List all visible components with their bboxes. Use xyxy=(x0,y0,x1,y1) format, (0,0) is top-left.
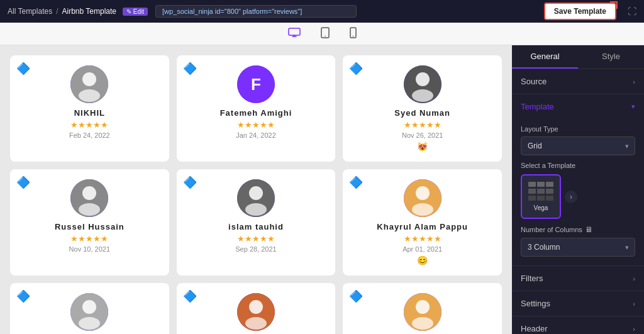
header-chevron-icon: › xyxy=(633,325,635,333)
svg-point-19 xyxy=(412,203,433,216)
shortcode-box[interactable]: [wp_social_ninja id="800" platform="revi… xyxy=(155,5,357,18)
layout-type-label: Layout Type xyxy=(521,125,635,133)
svg-point-27 xyxy=(416,300,430,314)
mobile-view-button[interactable] xyxy=(345,25,362,43)
card-item: 🔷 Russel Hussain ★★★★★ Nov 10, 2021 xyxy=(10,169,169,276)
card-date: Nov 10, 2021 xyxy=(69,245,110,253)
card-name: Fatemeh Amighi xyxy=(220,108,292,118)
breadcrumb: All Templates / Airbnb Template ✎ Edit xyxy=(8,7,148,16)
card-avatar: F xyxy=(237,65,275,103)
svg-point-6 xyxy=(82,72,96,86)
card-avatar xyxy=(404,179,441,217)
filters-section[interactable]: Filters › xyxy=(512,266,644,291)
card-avatar xyxy=(404,65,441,103)
header-section[interactable]: Header › xyxy=(512,316,644,334)
card-emoji: 😻 xyxy=(417,142,428,152)
svg-point-15 xyxy=(249,186,263,200)
breadcrumb-separator: / xyxy=(56,7,58,16)
breadcrumb-current: Airbnb Template xyxy=(62,7,117,16)
card-avatar xyxy=(70,65,108,103)
svg-point-2 xyxy=(325,35,326,36)
source-header[interactable]: Source › xyxy=(512,69,644,94)
card-stars: ★★★★★ xyxy=(404,234,441,243)
tablet-view-button[interactable] xyxy=(316,25,335,43)
tab-style[interactable]: Style xyxy=(578,45,644,69)
card-name: NIKHIL xyxy=(74,108,105,118)
settings-chevron-icon: › xyxy=(633,300,635,308)
card-avatar xyxy=(237,293,275,331)
svg-point-22 xyxy=(79,317,100,330)
card-platform-icon: 🔷 xyxy=(16,175,30,189)
card-item: 🔷 Syed Numan ★★★★★ Nov 26, 2021 😻 xyxy=(343,55,502,162)
card-stars: ★★★★★ xyxy=(70,120,108,130)
card-avatar xyxy=(70,293,108,331)
card-platform-icon: 🔷 xyxy=(349,289,363,303)
svg-point-13 xyxy=(79,203,100,216)
card-item: 🔷 kamran ahmed ★★★★★ xyxy=(10,283,169,334)
layout-type-select[interactable]: Grid xyxy=(521,136,635,155)
carousel-next-button[interactable]: › xyxy=(565,191,577,203)
card-stars: ★★★★★ xyxy=(404,120,441,130)
card-item: 🔷 Khayrul Alam Pappu ★★★★★ Apr 01, 2021 … xyxy=(343,169,502,276)
card-avatar xyxy=(404,293,441,331)
card-date: Feb 24, 2022 xyxy=(69,131,110,139)
save-template-button[interactable]: Save Template xyxy=(544,3,616,20)
card-stars: ★★★★★ xyxy=(70,234,108,243)
card-item: 🔷 Mohiul Alam ★★★★★ xyxy=(177,283,336,334)
card-stars: ★★★★★ xyxy=(237,234,275,243)
card-avatar xyxy=(70,179,108,217)
card-item: 🔷 Md. Kamrul Islam ★★★★★ xyxy=(343,283,502,334)
cards-grid: 🔷 NIKHIL ★★★★★ Feb 24, 2022 🔷 F Fatemeh … xyxy=(10,55,502,334)
card-name: islam tauhid xyxy=(228,222,284,231)
right-panel: General Style Source › Template ▾ Layout… xyxy=(512,45,644,334)
card-name: Khayrul Alam Pappu xyxy=(377,222,468,231)
svg-point-21 xyxy=(82,300,96,314)
card-item: 🔷 F Fatemeh Amighi ★★★★★ Jan 24, 2022 xyxy=(177,55,336,162)
card-name: Russel Hussain xyxy=(55,222,125,231)
thumb-preview xyxy=(528,182,553,201)
desktop-view-button[interactable] xyxy=(283,25,306,43)
tab-general[interactable]: General xyxy=(512,45,578,69)
svg-point-24 xyxy=(249,300,263,314)
svg-point-16 xyxy=(245,203,267,216)
thumb-label: Vega xyxy=(534,204,548,211)
columns-label: Number of Columns 🖥 xyxy=(521,225,635,234)
template-label: Template xyxy=(521,102,554,111)
columns-select[interactable]: 3 Column xyxy=(521,238,635,257)
card-stars: ★★★★★ xyxy=(237,120,275,130)
svg-point-9 xyxy=(416,72,430,86)
card-platform-icon: 🔷 xyxy=(183,62,197,75)
select-template-label: Select a Template xyxy=(521,162,635,169)
svg-point-25 xyxy=(245,317,267,330)
card-platform-icon: 🔷 xyxy=(183,175,197,189)
svg-point-12 xyxy=(82,186,96,200)
settings-label: Settings xyxy=(521,299,550,308)
svg-point-4 xyxy=(352,35,353,36)
card-date: Nov 26, 2021 xyxy=(402,131,443,139)
template-header[interactable]: Template ▾ xyxy=(512,94,644,119)
main-layout: 🔷 NIKHIL ★★★★★ Feb 24, 2022 🔷 F Fatemeh … xyxy=(0,45,644,334)
header-label: Header xyxy=(521,324,548,333)
card-item: 🔷 islam tauhid ★★★★★ Sep 28, 2021 xyxy=(177,169,336,276)
edit-badge[interactable]: ✎ Edit xyxy=(123,8,148,16)
card-platform-icon: 🔷 xyxy=(16,62,30,75)
card-emoji: 😊 xyxy=(417,255,428,265)
source-chevron-icon: › xyxy=(633,78,635,86)
filters-label: Filters xyxy=(521,274,543,283)
card-name: Syed Numan xyxy=(394,108,450,118)
template-chevron-icon: ▾ xyxy=(631,103,635,111)
svg-point-18 xyxy=(416,186,430,200)
expand-icon[interactable]: ⛶ xyxy=(628,6,636,16)
card-item: 🔷 NIKHIL ★★★★★ Feb 24, 2022 xyxy=(10,55,169,162)
breadcrumb-all-templates[interactable]: All Templates xyxy=(8,7,52,16)
settings-section[interactable]: Settings › xyxy=(512,291,644,316)
card-platform-icon: 🔷 xyxy=(16,289,30,303)
card-date: Sep 28, 2021 xyxy=(235,245,276,253)
svg-point-28 xyxy=(412,317,433,330)
device-bar xyxy=(0,23,644,45)
template-thumb-vega[interactable]: Vega xyxy=(521,174,561,219)
svg-rect-0 xyxy=(289,28,300,35)
card-platform-icon: 🔷 xyxy=(349,175,363,189)
card-date: Jan 24, 2022 xyxy=(236,131,276,139)
template-carousel: Vega › xyxy=(521,174,635,219)
